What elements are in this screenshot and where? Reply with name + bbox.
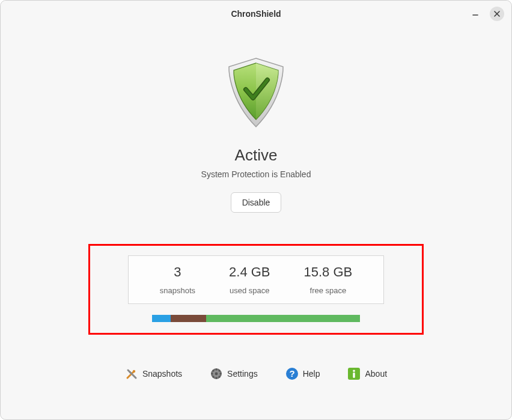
svg-point-4 bbox=[133, 370, 135, 373]
svg-rect-22 bbox=[353, 373, 355, 378]
nav-settings-label: Settings bbox=[227, 369, 258, 379]
bottom-nav: Snapshots bbox=[125, 367, 387, 397]
disk-bar-segment-green bbox=[206, 315, 360, 322]
disk-bar-segment-blue bbox=[152, 315, 171, 322]
svg-text:?: ? bbox=[289, 368, 294, 379]
main-content: Active System Protection is Enabled Disa… bbox=[1, 27, 511, 419]
close-button[interactable] bbox=[490, 7, 504, 21]
help-icon: ? bbox=[285, 367, 299, 380]
stat-used-value: 2.4 GB bbox=[229, 264, 270, 280]
disk-bar-segment-brown bbox=[171, 315, 206, 322]
nav-help[interactable]: ? Help bbox=[285, 367, 320, 380]
app-window: ChronShield bbox=[0, 0, 512, 420]
stat-used: 2.4 GB used space bbox=[212, 264, 287, 295]
svg-point-9 bbox=[215, 373, 218, 376]
svg-line-14 bbox=[213, 370, 214, 371]
stat-free: 15.8 GB free space bbox=[287, 264, 370, 295]
status-title: Active bbox=[235, 146, 278, 165]
titlebar-controls bbox=[468, 7, 504, 21]
tools-icon bbox=[125, 367, 138, 380]
stat-snapshots-value: 3 bbox=[174, 264, 181, 280]
status-subtitle: System Protection is Enabled bbox=[201, 169, 311, 179]
titlebar: ChronShield bbox=[1, 1, 511, 27]
shield-icon bbox=[223, 56, 289, 134]
stat-free-label: free space bbox=[310, 286, 347, 295]
stats-box: 3 snapshots 2.4 GB used space 15.8 GB fr… bbox=[128, 255, 384, 304]
minimize-button[interactable] bbox=[468, 7, 483, 21]
nav-about[interactable]: About bbox=[347, 367, 387, 380]
svg-line-16 bbox=[219, 370, 220, 371]
disable-button[interactable]: Disable bbox=[231, 192, 282, 213]
close-icon bbox=[493, 10, 501, 17]
nav-settings[interactable]: Settings bbox=[210, 367, 258, 380]
svg-line-17 bbox=[213, 376, 214, 377]
info-icon bbox=[347, 367, 361, 380]
stat-snapshots-label: snapshots bbox=[160, 286, 195, 295]
nav-snapshots[interactable]: Snapshots bbox=[125, 367, 182, 380]
stats-highlight-box: 3 snapshots 2.4 GB used space 15.8 GB fr… bbox=[88, 244, 424, 335]
svg-line-6 bbox=[128, 370, 130, 373]
minimize-icon bbox=[471, 10, 480, 18]
stat-used-label: used space bbox=[230, 286, 270, 295]
svg-line-15 bbox=[219, 376, 220, 377]
disk-usage-bar bbox=[152, 315, 360, 322]
svg-point-21 bbox=[353, 370, 356, 372]
nav-snapshots-label: Snapshots bbox=[142, 369, 182, 379]
nav-help-label: Help bbox=[303, 369, 320, 379]
gear-icon bbox=[210, 367, 223, 380]
window-title: ChronShield bbox=[231, 9, 281, 19]
stat-free-value: 15.8 GB bbox=[304, 264, 353, 280]
nav-about-label: About bbox=[365, 369, 387, 379]
stat-snapshots: 3 snapshots bbox=[143, 264, 212, 295]
